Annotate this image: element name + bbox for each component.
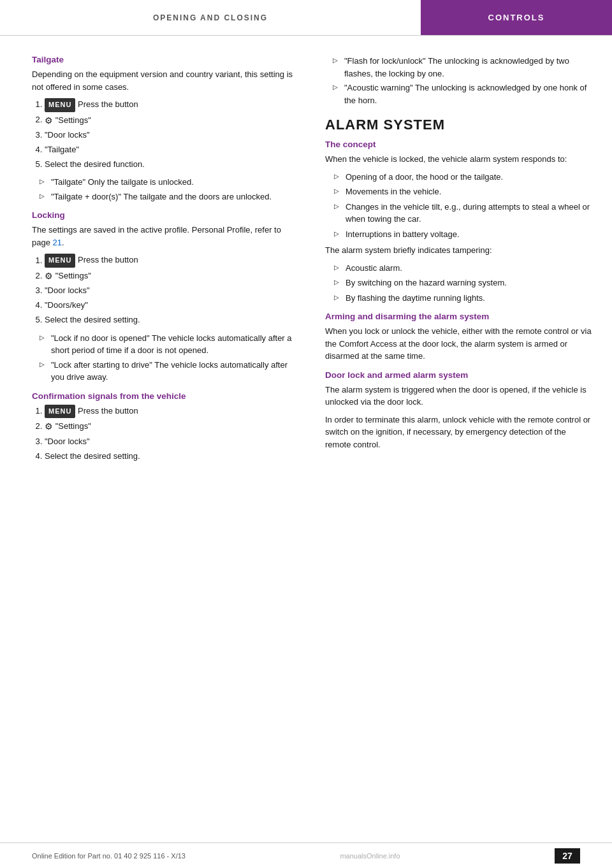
tailgate-option-2: "Tailgate + door(s)" The tailgate and th… [42,191,293,203]
tailgate-step-2: ⚙ "Settings" [45,113,293,127]
tailgate-intro: Depending on the equipment version and c… [32,68,293,93]
door-lock-text2: In order to terminate this alarm, unlock… [325,414,593,451]
right-column: "Flash for lock/unlock" The unlocking is… [312,55,612,470]
opening-closing-label: OPENING AND CLOSING [153,13,268,22]
tailgate-step-5: Select the desired function. [45,158,293,171]
arming-text: When you lock or unlock the vehicle, eit… [325,325,593,363]
locking-step-4: "Doors/key" [45,299,293,312]
gear-icon-1: ⚙ [45,113,53,127]
page-header: OPENING AND CLOSING CONTROLS [0,0,612,36]
page-number: 27 [555,848,580,864]
concept-item-2: Movements in the vehicle. [337,185,593,198]
alarm-system-section: ALARM SYSTEM The concept When the vehicl… [325,117,593,451]
locking-step-5: Select the desired setting. [45,314,293,327]
locking-option-1: "Lock if no door is opened" The vehicle … [42,332,293,357]
footer-text: Online Edition for Part no. 01 40 2 925 … [32,852,186,860]
tampering-items: Acoustic alarm. By switching on the haza… [337,262,593,305]
flash-section: "Flash for lock/unlock" The unlocking is… [325,55,593,106]
menu-button-3[interactable]: MENU [45,405,75,419]
confirmation-step-1: MENU Press the button [45,405,293,419]
tampering-intro: The alarm system briefly indicates tampe… [325,244,593,257]
controls-label: CONTROLS [488,13,545,22]
concept-items: Opening of a door, the hood or the tailg… [337,171,593,241]
tailgate-options: "Tailgate" Only the tailgate is unlocked… [42,176,293,203]
confirmation-section: Confirmation signals from the vehicle ME… [32,391,293,463]
concept-item-3: Changes in the vehicle tilt, e.g., durin… [337,201,593,226]
gear-icon-3: ⚙ [45,419,53,433]
header-right-label: CONTROLS [421,0,612,35]
confirmation-step-4: Select the desired setting. [45,450,293,463]
concept-title: The concept [325,140,593,149]
main-content: Tailgate Depending on the equipment vers… [0,36,612,470]
tailgate-step-1: MENU Press the button [45,98,293,112]
concept-item-4: Interruptions in battery voltage. [337,228,593,241]
page-footer: Online Edition for Part no. 01 40 2 925 … [0,843,612,868]
confirmation-step-3: "Door locks" [45,435,293,449]
confirmation-steps: MENU Press the button ⚙ "Settings" "Door… [45,405,293,463]
confirmation-step-2: ⚙ "Settings" [45,419,293,433]
locking-section: Locking The settings are saved in the ac… [32,210,293,383]
menu-button-1[interactable]: MENU [45,98,75,112]
watermark: manualsOnline.info [340,852,400,860]
locking-title: Locking [32,210,293,220]
locking-intro: The settings are saved in the active pro… [32,224,293,249]
tailgate-section: Tailgate Depending on the equipment vers… [32,55,293,203]
tailgate-step-3: "Door locks" [45,129,293,142]
flash-option-2: "Acoustic warning" The unlocking is ackn… [335,82,593,106]
door-lock-text1: The alarm system is triggered when the d… [325,384,593,409]
tailgate-steps: MENU Press the button ⚙ "Settings" "Door… [45,98,293,171]
tailgate-title: Tailgate [32,55,293,64]
locking-step-3: "Door locks" [45,284,293,298]
header-left-label: OPENING AND CLOSING [0,0,421,35]
tampering-item-3: By flashing the daytime running lights. [337,292,593,305]
locking-options: "Lock if no door is opened" The vehicle … [42,332,293,384]
tampering-item-2: By switching on the hazard warning syste… [337,277,593,289]
door-lock-title: Door lock and armed alarm system [325,370,593,380]
flash-option-1: "Flash for lock/unlock" The unlocking is… [335,55,593,80]
tailgate-option-1: "Tailgate" Only the tailgate is unlocked… [42,176,293,189]
tailgate-step-4: "Tailgate" [45,143,293,157]
alarm-system-title: ALARM SYSTEM [325,117,593,133]
tampering-item-1: Acoustic alarm. [337,262,593,275]
locking-steps: MENU Press the button ⚙ "Settings" "Door… [45,254,293,326]
locking-step-1: MENU Press the button [45,254,293,268]
arming-title: Arming and disarming the alarm system [325,312,593,321]
flash-options: "Flash for lock/unlock" The unlocking is… [335,55,593,106]
concept-intro: When the vehicle is locked, the vehicle … [325,153,593,166]
gear-icon-2: ⚙ [45,269,53,283]
menu-button-2[interactable]: MENU [45,254,75,268]
locking-option-2: "Lock after starting to drive" The vehic… [42,359,293,384]
locking-step-2: ⚙ "Settings" [45,269,293,283]
confirmation-title: Confirmation signals from the vehicle [32,391,293,401]
concept-item-1: Opening of a door, the hood or the tailg… [337,171,593,184]
locking-page-link[interactable]: 21 [53,238,62,247]
left-column: Tailgate Depending on the equipment vers… [0,55,312,470]
